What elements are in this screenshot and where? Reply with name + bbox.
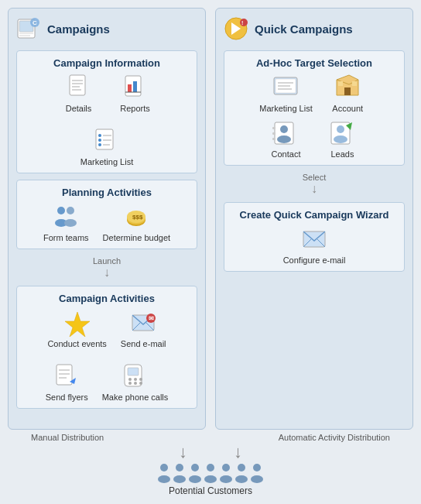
planning-box: Planning Activities Form teams bbox=[16, 180, 197, 249]
svg-point-73 bbox=[176, 464, 183, 471]
customer-icon-3 bbox=[188, 462, 202, 484]
svg-point-82 bbox=[235, 475, 248, 483]
right-distribution-arrow: ↓ bbox=[234, 444, 242, 461]
manual-distribution-label: Manual Distribution bbox=[31, 433, 104, 442]
svg-rect-41 bbox=[128, 368, 139, 375]
svg-point-25 bbox=[64, 219, 77, 227]
wizard-title: Create Quick Campaign Wizard bbox=[232, 209, 396, 221]
campaign-activities-icons: Conduct events ✉ Send e-mail bbox=[25, 309, 189, 402]
svg-marker-30 bbox=[65, 312, 90, 337]
account-icon bbox=[334, 74, 361, 101]
svg-rect-6 bbox=[70, 75, 85, 95]
contact-icon bbox=[272, 119, 300, 147]
campaigns-title: Campaigns bbox=[47, 22, 110, 36]
send-email-item[interactable]: ✉ Send e-mail bbox=[121, 309, 166, 348]
main-container: C Campaigns Campaign Information bbox=[0, 0, 421, 504]
customers-section: Potential Customers bbox=[157, 462, 264, 496]
campaign-info-icons: Details Reports bbox=[25, 74, 189, 166]
svg-text:!: ! bbox=[241, 20, 243, 26]
svg-point-79 bbox=[222, 464, 230, 471]
svg-rect-36 bbox=[56, 365, 72, 385]
svg-point-78 bbox=[204, 475, 217, 483]
adhoc-marketing-list-icon bbox=[272, 74, 299, 101]
bottom-section: Manual Distribution Automatic Activity D… bbox=[8, 430, 413, 496]
customers-label: Potential Customers bbox=[169, 485, 252, 496]
account-label: Account bbox=[332, 104, 363, 113]
determine-budget-icon: $$$ bbox=[122, 203, 150, 231]
details-label: Details bbox=[66, 104, 92, 113]
adhoc-marketing-list-item[interactable]: Marketing List bbox=[259, 74, 312, 113]
distribution-labels: Manual Distribution Automatic Activity D… bbox=[8, 433, 413, 442]
wizard-icons: Configure e-mail bbox=[232, 225, 396, 265]
reports-label: Reports bbox=[120, 104, 150, 113]
leads-item[interactable]: Leads bbox=[321, 119, 364, 159]
details-icon bbox=[65, 74, 93, 101]
left-panel: C Campaigns Campaign Information bbox=[8, 8, 206, 430]
campaign-info-box: Campaign Information Details bbox=[16, 50, 197, 173]
make-phone-calls-icon bbox=[122, 362, 149, 390]
send-flyers-item[interactable]: Send flyers bbox=[46, 362, 88, 402]
adhoc-box: Ad-Hoc Target Selection Marketing List bbox=[224, 50, 405, 166]
marketing-list-label: Marketing List bbox=[80, 157, 133, 166]
customer-icon-1 bbox=[157, 462, 171, 484]
campaigns-header: C Campaigns bbox=[16, 16, 197, 44]
distribution-arrows: ↓ ↓ bbox=[179, 442, 242, 462]
svg-point-61 bbox=[277, 135, 291, 143]
svg-point-16 bbox=[98, 134, 101, 137]
customer-icon-6 bbox=[234, 462, 248, 484]
svg-point-47 bbox=[139, 382, 142, 385]
determine-budget-item[interactable]: $$$ Determine budget bbox=[103, 203, 170, 242]
svg-point-45 bbox=[128, 382, 132, 385]
svg-rect-58 bbox=[352, 81, 357, 86]
details-item[interactable]: Details bbox=[57, 74, 100, 113]
customer-icon-2 bbox=[173, 462, 187, 484]
svg-point-81 bbox=[238, 464, 245, 471]
planning-icons: Form teams $$$ Determine budget bbox=[25, 203, 189, 242]
launch-arrow: Launch ↓ bbox=[16, 256, 197, 279]
planning-title: Planning Activities bbox=[25, 187, 189, 198]
marketing-list-item[interactable]: Marketing List bbox=[80, 127, 133, 166]
adhoc-bottom-row: Contact Leads bbox=[232, 119, 396, 159]
form-teams-icon bbox=[52, 203, 80, 231]
svg-rect-57 bbox=[338, 81, 343, 86]
send-email-label: Send e-mail bbox=[121, 339, 166, 348]
conduct-events-item[interactable]: Conduct events bbox=[47, 309, 106, 348]
right-panel: ! Quick Campaigns Ad-Hoc Target Selectio… bbox=[215, 8, 413, 430]
adhoc-marketing-list-label: Marketing List bbox=[259, 104, 312, 113]
contact-label: Contact bbox=[272, 149, 301, 159]
svg-point-43 bbox=[134, 378, 137, 381]
leads-icon bbox=[329, 119, 357, 147]
select-arrow: Select ↓ bbox=[224, 173, 405, 195]
conduct-events-icon bbox=[63, 309, 91, 337]
make-phone-calls-label: Make phone calls bbox=[102, 393, 169, 402]
marketing-list-icon bbox=[93, 127, 121, 155]
svg-point-22 bbox=[57, 207, 65, 214]
account-item[interactable]: Account bbox=[327, 74, 369, 113]
select-arrow-icon: ↓ bbox=[311, 183, 317, 195]
make-phone-calls-item[interactable]: Make phone calls bbox=[102, 362, 169, 402]
svg-point-46 bbox=[134, 382, 137, 385]
contact-item[interactable]: Contact bbox=[265, 119, 307, 159]
select-label: Select bbox=[303, 173, 327, 182]
svg-point-77 bbox=[207, 464, 214, 471]
customer-icon-7 bbox=[250, 462, 264, 484]
form-teams-item[interactable]: Form teams bbox=[43, 203, 89, 242]
svg-point-18 bbox=[98, 139, 101, 142]
campaigns-icon: C bbox=[16, 16, 41, 41]
svg-point-67 bbox=[334, 135, 347, 143]
auto-distribution-label: Automatic Activity Distribution bbox=[279, 433, 390, 442]
reports-item[interactable]: Reports bbox=[114, 74, 156, 113]
wizard-box: Create Quick Campaign Wizard Configure e… bbox=[224, 202, 405, 272]
configure-email-label: Configure e-mail bbox=[283, 255, 346, 265]
svg-point-75 bbox=[191, 464, 199, 471]
svg-point-42 bbox=[128, 378, 132, 381]
svg-rect-62 bbox=[272, 127, 276, 129]
svg-point-76 bbox=[189, 475, 201, 483]
configure-email-item[interactable]: Configure e-mail bbox=[283, 225, 346, 265]
svg-point-71 bbox=[160, 464, 168, 471]
determine-budget-label: Determine budget bbox=[103, 233, 170, 242]
svg-point-84 bbox=[251, 475, 263, 483]
send-flyers-icon bbox=[53, 362, 80, 390]
leads-label: Leads bbox=[331, 149, 354, 159]
campaign-activities-box: Campaign Activities Conduct events bbox=[16, 286, 197, 409]
